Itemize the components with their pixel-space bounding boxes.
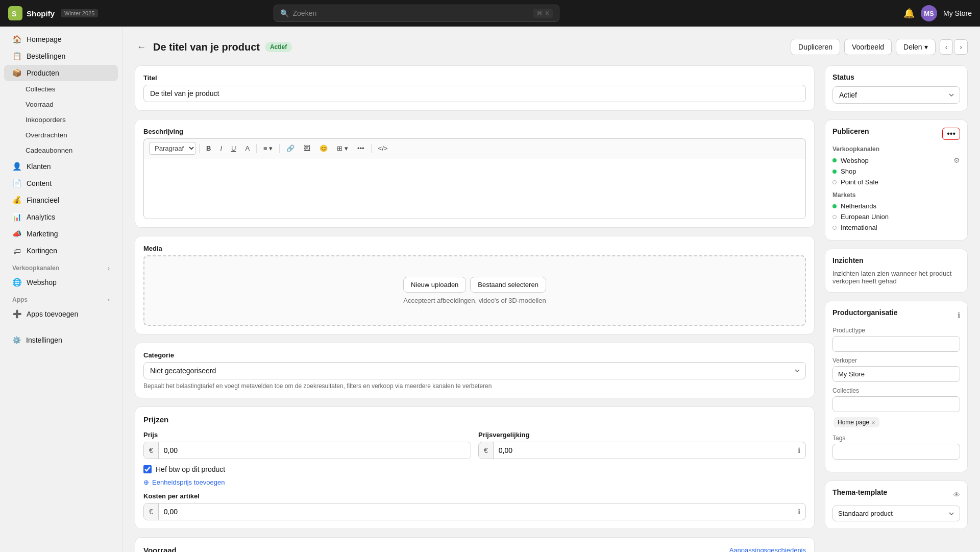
- sidebar-item-overdrachten[interactable]: Overdrachten: [4, 128, 118, 142]
- sidebar-item-klanten[interactable]: 👤 Klanten: [4, 158, 118, 175]
- channel-shop-label: Shop: [841, 167, 856, 175]
- webshop-dot: [832, 158, 837, 162]
- sidebar-item-marketing[interactable]: 📣 Marketing: [4, 226, 118, 242]
- sidebar-item-analytics[interactable]: 📊 Analytics: [4, 209, 118, 225]
- nav-arrows: ‹ ›: [940, 39, 968, 55]
- thema-select[interactable]: Standaard product: [832, 506, 960, 521]
- sidebar-item-apps-toevoegen[interactable]: ➕ Apps toevoegen: [4, 306, 118, 322]
- main-content: ← De titel van je product Actief Duplice…: [122, 27, 980, 552]
- homepage-chip-close[interactable]: ×: [871, 419, 875, 426]
- rte-image-button[interactable]: 🖼: [300, 142, 314, 154]
- inzichten-title: Inzichten: [832, 256, 960, 265]
- content-columns: Titel Beschrijving Paragraaf B I U A: [135, 65, 968, 552]
- search-bar[interactable]: 🔍 Zoeken ⌘ K: [274, 5, 559, 22]
- titel-input[interactable]: [143, 85, 806, 102]
- voorbeeld-button[interactable]: Voorbeeld: [844, 39, 892, 55]
- app-body: 🏠 Homepage 📋 Bestellingen 📦 Producten Co…: [0, 27, 980, 552]
- thema-title: Thema-template: [832, 488, 887, 496]
- shopify-logo: S Shopify: [8, 6, 55, 20]
- eye-icon[interactable]: 👁: [953, 491, 960, 499]
- rte-divider-4: [371, 144, 372, 153]
- page-header-right: Dupliceren Voorbeeld Delen ▾ ‹ ›: [791, 39, 968, 55]
- delen-button[interactable]: Delen ▾: [896, 39, 936, 55]
- rte-paragraph-select[interactable]: Paragraaf: [149, 142, 196, 155]
- collecties-input[interactable]: [832, 396, 960, 412]
- rte-body[interactable]: [143, 158, 806, 219]
- rte-align-button[interactable]: ≡ ▾: [260, 142, 276, 154]
- producttype-input[interactable]: [832, 336, 960, 352]
- dupliceren-button[interactable]: Dupliceren: [791, 39, 840, 55]
- sidebar-item-collecties[interactable]: Collecties: [4, 82, 118, 97]
- sidebar-item-producten[interactable]: 📦 Producten: [4, 65, 118, 81]
- prijs-input[interactable]: [159, 442, 471, 459]
- kosten-input-wrap: € ℹ: [143, 503, 806, 520]
- verkoper-input[interactable]: [832, 366, 960, 382]
- products-icon: 📦: [12, 68, 21, 78]
- media-accept-text: Accepteert afbeeldingen, video's of 3D-m…: [155, 297, 795, 304]
- notifications-icon[interactable]: 🔔: [903, 8, 915, 19]
- kosten-input[interactable]: [159, 503, 793, 520]
- delen-label: Delen: [903, 43, 922, 51]
- productorganisatie-info-icon: ℹ: [958, 311, 960, 319]
- add-apps-icon: ➕: [12, 309, 21, 319]
- topnav-right: 🔔 MS My Store: [903, 5, 972, 21]
- kosten-prefix: €: [144, 503, 159, 520]
- sidebar-item-webshop[interactable]: 🌐 Webshop: [4, 274, 118, 291]
- sidebar-label-collecties: Collecties: [26, 85, 56, 93]
- aanpassings-link[interactable]: Aanpassingsgeschiedenis: [729, 546, 806, 552]
- tags-input[interactable]: [832, 444, 960, 460]
- collecties-label: Collecties: [832, 387, 960, 394]
- status-select[interactable]: Actief: [832, 86, 960, 104]
- publiceren-dots-button[interactable]: •••: [942, 128, 960, 140]
- media-select-button[interactable]: Bestaand selecteren: [470, 277, 546, 293]
- sidebar-item-bestellingen[interactable]: 📋 Bestellingen: [4, 48, 118, 64]
- category-help-text: Bepaalt het belastingtarief en voegt met…: [143, 382, 806, 390]
- rte-underline-button[interactable]: U: [228, 142, 239, 154]
- sidebar-label-kortingen: Kortingen: [27, 247, 57, 255]
- rte-table-button[interactable]: ⊞ ▾: [333, 142, 352, 154]
- sidebar: 🏠 Homepage 📋 Bestellingen 📦 Producten Co…: [0, 27, 122, 552]
- sidebar-label-apps-toevoegen: Apps toevoegen: [27, 310, 78, 318]
- avatar[interactable]: MS: [921, 5, 937, 21]
- rte-color-button[interactable]: A: [241, 142, 253, 154]
- sidebar-item-cadeaubonnen[interactable]: Cadeaubonnen: [4, 143, 118, 158]
- market-eu: European Union: [832, 211, 960, 222]
- back-button[interactable]: ←: [135, 40, 148, 55]
- sidebar-item-financieel[interactable]: 💰 Financieel: [4, 192, 118, 208]
- orders-icon: 📋: [12, 52, 21, 61]
- sidebar-item-inkooporders[interactable]: Inkooporders: [4, 112, 118, 127]
- rte-emoji-button[interactable]: 😊: [316, 142, 331, 154]
- main-column: Titel Beschrijving Paragraaf B I U A: [135, 65, 815, 552]
- sidebar-item-kortingen[interactable]: 🏷 Kortingen: [4, 243, 118, 259]
- inzichten-card: Inzichten Inzichten laten zien wanneer h…: [825, 249, 968, 293]
- unit-price-button[interactable]: ⊕ Eenheidsprijs toevoegen: [143, 478, 225, 486]
- prev-arrow-button[interactable]: ‹: [940, 39, 953, 55]
- vergelijking-input[interactable]: [494, 442, 793, 459]
- side-column: Status Actief Publiceren ••• Verkoopkana…: [825, 65, 968, 552]
- rte-italic-button[interactable]: I: [216, 142, 226, 154]
- discounts-icon: 🏷: [12, 246, 21, 255]
- rte-code-button[interactable]: </>: [375, 142, 391, 154]
- markets-section-label: Markets: [832, 191, 960, 199]
- sidebar-item-content[interactable]: 📄 Content: [4, 175, 118, 191]
- rte-link-button[interactable]: 🔗: [283, 142, 298, 154]
- sidebar-item-instellingen[interactable]: ⚙️ Instellingen: [4, 332, 118, 348]
- channel-pos: Point of Sale: [832, 177, 960, 187]
- category-select[interactable]: Niet gecategoriseerd: [143, 362, 806, 379]
- sidebar-label-producten: Producten: [27, 69, 59, 77]
- rte-more-button[interactable]: •••: [354, 142, 368, 154]
- verkoopkanalen-chevron[interactable]: ›: [108, 265, 110, 271]
- btw-checkbox[interactable]: [143, 465, 152, 473]
- rte-bold-button[interactable]: B: [203, 142, 214, 154]
- market-international-label: International: [841, 224, 877, 231]
- apps-chevron[interactable]: ›: [108, 297, 110, 303]
- media-upload-button[interactable]: Nieuw uploaden: [403, 277, 466, 293]
- shortcut-k: K: [546, 10, 550, 17]
- sidebar-item-voorraad[interactable]: Voorraad: [4, 97, 118, 112]
- pos-dot: [832, 180, 837, 184]
- inventory-title: Voorraad: [143, 546, 177, 552]
- sidebar-item-homepage[interactable]: 🏠 Homepage: [4, 31, 118, 47]
- prijs-input-wrap: €: [143, 442, 471, 459]
- next-arrow-button[interactable]: ›: [954, 39, 968, 55]
- webshop-settings-icon[interactable]: ⚙: [953, 156, 960, 164]
